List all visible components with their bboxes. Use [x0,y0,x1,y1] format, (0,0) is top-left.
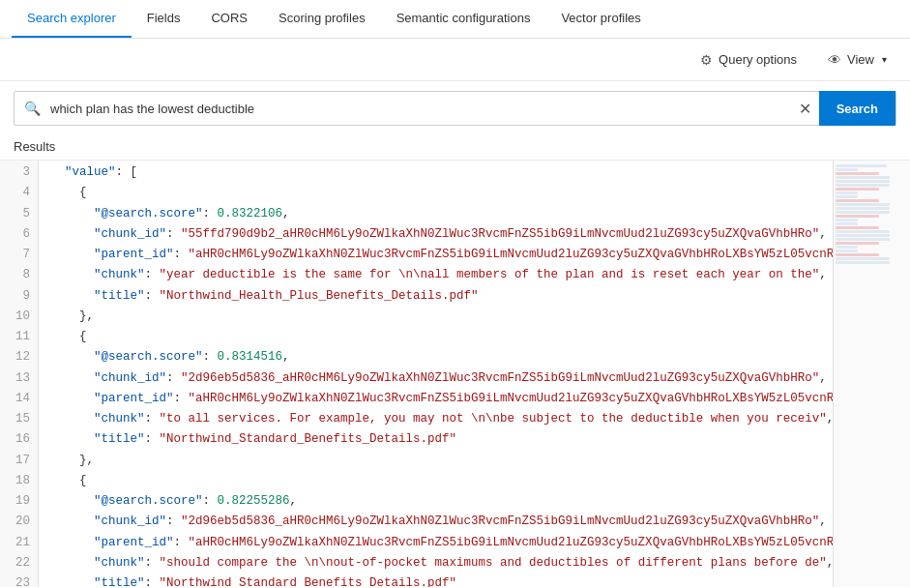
gear-icon: ⚙ [700,52,713,68]
tab-search-explorer[interactable]: Search explorer [12,0,132,38]
tab-cors[interactable]: CORS [195,0,263,38]
tab-scoring-profiles[interactable]: Scoring profiles [263,0,381,38]
code-view: 3456789101112131415161718192021222324252… [0,161,910,587]
eye-icon: 👁 [828,52,841,68]
tab-fields-label: Fields [147,11,181,25]
query-options-label: Query options [719,52,797,67]
results-text: Results [14,139,55,154]
line-numbers: 3456789101112131415161718192021222324252… [0,161,39,587]
view-button[interactable]: 👁 View ▾ [820,48,895,72]
tab-scoring-profiles-label: Scoring profiles [279,11,366,25]
search-button-label: Search [837,102,878,116]
tab-search-explorer-label: Search explorer [27,11,116,25]
results-area[interactable]: 3456789101112131415161718192021222324252… [0,160,910,587]
minimap [833,161,910,587]
search-input[interactable] [50,102,791,116]
query-options-button[interactable]: ⚙ Query options [692,48,805,72]
tab-semantic-configurations-label: Semantic configurations [396,11,531,25]
search-bar: 🔍 ✕ Search [14,91,896,126]
view-label: View [847,52,874,67]
search-icon: 🔍 [15,101,50,116]
tab-navigation: Search explorer Fields CORS Scoring prof… [0,0,910,39]
tab-cors-label: CORS [211,11,248,25]
tab-vector-profiles-label: Vector profiles [561,11,640,25]
toolbar: ⚙ Query options 👁 View ▾ [0,39,910,81]
results-label: Results [0,135,910,160]
code-content: "value": [ { "@search.score": 0.8322106,… [39,161,910,587]
tab-semantic-configurations[interactable]: Semantic configurations [381,0,546,38]
clear-button[interactable]: ✕ [791,100,819,118]
search-button[interactable]: Search [819,91,895,126]
tab-fields[interactable]: Fields [132,0,196,38]
chevron-down-icon: ▾ [882,54,887,65]
tab-vector-profiles[interactable]: Vector profiles [545,0,656,38]
